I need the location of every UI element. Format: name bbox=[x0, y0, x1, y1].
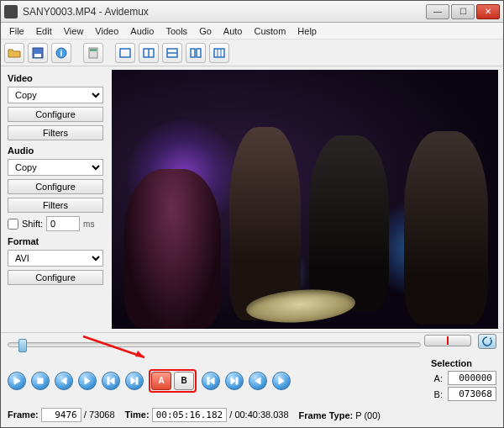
status-bar: Frame: 9476 / 73068 Time: 00:05:16.182 /… bbox=[8, 408, 496, 422]
toolbar: i bbox=[1, 40, 503, 66]
app-window: SANY0003.MP4 - Avidemux — ☐ ✕ File Edit … bbox=[0, 0, 504, 428]
frame-current[interactable]: 9476 bbox=[41, 408, 81, 422]
menubar: File Edit View Video Audio Tools Go Auto… bbox=[1, 23, 503, 40]
svg-marker-32 bbox=[279, 378, 284, 384]
set-marker-b-button[interactable]: B bbox=[174, 372, 194, 390]
time-total: / 00:40:38.038 bbox=[229, 410, 288, 420]
svg-rect-23 bbox=[108, 378, 109, 384]
audio-filters-button[interactable]: Filters bbox=[8, 198, 103, 213]
bottom-panel: A B Selection A: 000000 B: 073068 Frame: bbox=[1, 332, 503, 427]
svg-marker-17 bbox=[135, 351, 144, 357]
goto-start-button[interactable] bbox=[202, 372, 220, 390]
timeline-thumb[interactable] bbox=[18, 339, 27, 352]
selection-a-value[interactable]: 000000 bbox=[448, 371, 496, 385]
video-filters-button[interactable]: Filters bbox=[8, 125, 103, 140]
audio-section-label: Audio bbox=[8, 145, 103, 156]
video-preview[interactable] bbox=[112, 70, 498, 329]
menu-audio[interactable]: Audio bbox=[125, 24, 159, 38]
svg-rect-30 bbox=[236, 378, 238, 384]
svg-marker-21 bbox=[61, 378, 66, 384]
selection-panel: Selection A: 000000 B: 073068 bbox=[431, 358, 496, 403]
menu-auto[interactable]: Auto bbox=[218, 24, 248, 38]
shift-label: Shift: bbox=[22, 219, 43, 229]
shift-unit: ms bbox=[83, 219, 94, 229]
video-configure-button[interactable]: Configure bbox=[8, 107, 103, 122]
frametype-value: P (00) bbox=[355, 410, 381, 420]
save-button[interactable] bbox=[28, 43, 48, 63]
format-section-label: Format bbox=[8, 236, 103, 246]
audio-configure-button[interactable]: Configure bbox=[8, 179, 103, 194]
format-select[interactable]: AVI bbox=[8, 250, 103, 267]
layout-4-button[interactable] bbox=[186, 43, 206, 63]
menu-file[interactable]: File bbox=[4, 24, 29, 38]
svg-marker-18 bbox=[489, 337, 491, 339]
app-icon bbox=[4, 5, 18, 18]
frame-label: Frame: bbox=[8, 410, 39, 420]
svg-rect-27 bbox=[207, 378, 209, 384]
play-button[interactable] bbox=[8, 372, 26, 390]
menu-go[interactable]: Go bbox=[194, 24, 217, 38]
shift-input[interactable] bbox=[46, 216, 80, 231]
prev-black-frame-button[interactable] bbox=[249, 372, 267, 390]
svg-marker-25 bbox=[131, 378, 135, 384]
timeline-slider[interactable] bbox=[8, 342, 421, 347]
svg-marker-31 bbox=[255, 378, 260, 384]
selection-a-label: A: bbox=[431, 373, 443, 383]
svg-marker-28 bbox=[210, 378, 214, 384]
audio-codec-select[interactable]: Copy bbox=[8, 159, 103, 176]
menu-edit[interactable]: Edit bbox=[31, 24, 57, 38]
video-section-label: Video bbox=[8, 73, 103, 83]
svg-rect-5 bbox=[90, 49, 97, 51]
menu-video[interactable]: Video bbox=[90, 24, 123, 38]
set-marker-a-button[interactable]: A bbox=[151, 372, 171, 390]
svg-rect-20 bbox=[38, 378, 43, 383]
svg-rect-12 bbox=[197, 49, 201, 57]
svg-marker-22 bbox=[85, 378, 90, 384]
selection-header: Selection bbox=[431, 358, 496, 368]
layout-5-button[interactable] bbox=[209, 43, 229, 63]
selection-b-label: B: bbox=[431, 389, 443, 399]
frametype-label: Frame Type: bbox=[299, 410, 354, 420]
stop-button[interactable] bbox=[31, 372, 50, 390]
prev-frame-button[interactable] bbox=[55, 372, 73, 390]
svg-marker-29 bbox=[231, 378, 235, 384]
open-button[interactable] bbox=[4, 43, 24, 63]
next-frame-button[interactable] bbox=[78, 372, 97, 390]
sidebar: Video Copy Configure Filters Audio Copy … bbox=[1, 66, 110, 332]
menu-view[interactable]: View bbox=[59, 24, 89, 38]
menu-custom[interactable]: Custom bbox=[249, 24, 291, 38]
svg-marker-24 bbox=[110, 378, 114, 384]
audio-shift-checkbox[interactable] bbox=[8, 219, 18, 230]
svg-rect-26 bbox=[136, 378, 138, 384]
info-button[interactable]: i bbox=[51, 43, 71, 63]
titlebar: SANY0003.MP4 - Avidemux — ☐ ✕ bbox=[1, 1, 503, 23]
video-codec-select[interactable]: Copy bbox=[8, 87, 103, 103]
svg-rect-6 bbox=[120, 49, 130, 57]
refresh-button[interactable] bbox=[478, 334, 496, 349]
maximize-button[interactable]: ☐ bbox=[451, 4, 475, 19]
menu-tools[interactable]: Tools bbox=[160, 24, 192, 38]
svg-rect-13 bbox=[214, 49, 224, 57]
mark-buttons-highlight: A B bbox=[149, 369, 197, 393]
layout-2-button[interactable] bbox=[139, 43, 159, 63]
selection-b-value[interactable]: 073068 bbox=[448, 387, 496, 401]
menu-help[interactable]: Help bbox=[292, 24, 322, 38]
next-keyframe-button[interactable] bbox=[125, 372, 144, 390]
svg-rect-11 bbox=[191, 49, 195, 57]
format-configure-button[interactable]: Configure bbox=[8, 270, 103, 285]
svg-rect-1 bbox=[34, 54, 41, 57]
goto-end-button[interactable] bbox=[225, 372, 244, 390]
next-black-frame-button[interactable] bbox=[272, 372, 291, 390]
close-button[interactable]: ✕ bbox=[476, 4, 500, 19]
layout-3-button[interactable] bbox=[162, 43, 182, 63]
vu-meter bbox=[424, 335, 471, 346]
calculator-button[interactable] bbox=[83, 43, 103, 63]
prev-keyframe-button[interactable] bbox=[102, 372, 120, 390]
minimize-button[interactable]: — bbox=[426, 4, 449, 19]
layout-1-button[interactable] bbox=[115, 43, 135, 63]
frame-total: / 73068 bbox=[84, 410, 115, 420]
svg-marker-19 bbox=[14, 378, 20, 384]
time-current[interactable]: 00:05:16.182 bbox=[152, 408, 227, 422]
window-title: SANY0003.MP4 - Avidemux bbox=[23, 6, 426, 18]
time-label: Time: bbox=[125, 410, 150, 420]
